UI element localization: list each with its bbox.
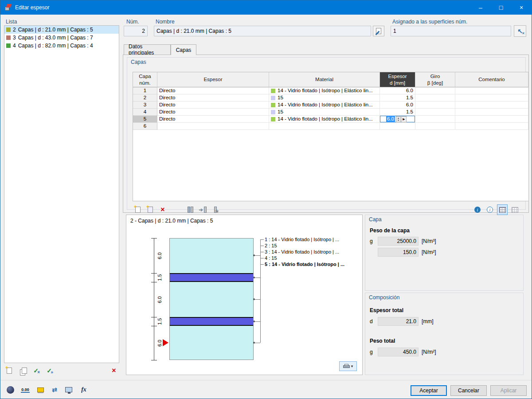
material-cell[interactable]: 14 - Vidrio flotado | Isótropo | Elástic… [269, 116, 380, 123]
delete-all-button[interactable]: × [109, 365, 119, 376]
thickness-list[interactable]: 2 Capas | d : 21.0 mm | Capas : 5 3 Capa… [4, 25, 119, 363]
material-name: 15 [278, 94, 283, 101]
material-cell[interactable]: 15 [269, 94, 380, 102]
thickness-value-cell[interactable]: 6.0 [380, 87, 415, 94]
material-save-button[interactable]: ★ [210, 204, 220, 215]
material-cell[interactable]: 14 - Vidrio flotado | Isótropo | Elástic… [269, 87, 380, 94]
maximize-button[interactable]: □ [491, 0, 511, 15]
comment-icon [7, 386, 14, 394]
table-view-toggle-button[interactable] [497, 204, 508, 215]
comment-cell[interactable] [455, 94, 528, 102]
col-header-comentario[interactable]: Comentario [455, 72, 528, 87]
apply-button[interactable]: Aplicar [490, 385, 527, 396]
close-button[interactable]: × [511, 0, 532, 15]
col-header-espesor[interactable]: Espesor [157, 72, 269, 87]
table-row: 4 Directo 15 1.5 [133, 109, 528, 116]
thickness-value-cell[interactable] [380, 123, 415, 130]
units-button[interactable]: 0.00 [19, 383, 31, 396]
name-field[interactable]: Capas | d : 21.0 mm | Capas : 5 [154, 26, 371, 36]
rotation-cell[interactable] [415, 102, 455, 109]
thickness-value-cell[interactable]: 6.0 [380, 102, 415, 109]
material-library-button[interactable] [185, 204, 196, 215]
edit-name-button[interactable] [373, 26, 384, 36]
layer-info-alt-button[interactable]: i [485, 204, 495, 215]
total-weight-label: Peso total [370, 338, 395, 344]
color-swatch-icon [37, 387, 44, 392]
insert-layer-button[interactable]: ★ [145, 204, 156, 215]
list-item[interactable]: 4 Capas | d : 82.0 mm | Capas : 4 [4, 42, 119, 50]
detail-arrow-icon: ▶ [403, 116, 405, 122]
comment-cell[interactable] [455, 102, 528, 109]
interlayer [170, 273, 253, 282]
legend-item: 4 : 15 [265, 255, 360, 261]
row-number-cell[interactable]: 5 [133, 116, 157, 123]
pick-surfaces-button[interactable]: ↖ × [514, 25, 526, 37]
cross-section-preview: 2 - Capas | d : 21.0 mm | Capas : 5 6.0 … [126, 215, 363, 375]
col-header-espesor-d[interactable]: Espesor d [mm] [380, 72, 415, 87]
rotation-cell[interactable] [415, 87, 455, 94]
num-field: 2 [124, 26, 148, 36]
comment-cell[interactable] [455, 87, 528, 94]
row-number-cell[interactable]: 2 [133, 94, 157, 102]
rotation-cell[interactable] [415, 123, 455, 130]
col-header-material[interactable]: Material [269, 72, 380, 87]
thickness-value-cell[interactable]: 1.5 [380, 94, 415, 102]
comment-cell[interactable] [455, 109, 528, 116]
thickness-type-cell[interactable]: Directo [157, 102, 269, 109]
list-item[interactable]: 3 Capas | d : 43.0 mm | Capas : 7 [4, 34, 119, 42]
comment-cell[interactable] [455, 116, 528, 123]
display-button[interactable] [63, 383, 75, 396]
detail-button[interactable]: ▶ [401, 116, 407, 122]
row-number-cell[interactable]: 1 [133, 87, 157, 94]
thickness-type-cell[interactable]: Directo [157, 116, 269, 123]
numbering-button[interactable]: ⇄ [48, 383, 61, 396]
spinner-control[interactable]: ▲ ▼ [396, 116, 401, 122]
thickness-value-edit-cell[interactable]: 6.0 ▲ ▼ ▶ [380, 116, 415, 123]
thickness-type-cell[interactable]: Directo [157, 94, 269, 102]
thickness-type-cell[interactable]: Directo [157, 87, 269, 94]
accept-button[interactable]: Aceptar [411, 385, 447, 396]
row-number-cell[interactable]: 4 [133, 109, 157, 116]
print-button[interactable]: ▾ [339, 361, 357, 371]
delete-layer-button[interactable]: × [157, 204, 168, 215]
material-cell[interactable]: 14 - Vidrio flotado | Isótropo | Elástic… [269, 102, 380, 109]
cancel-button[interactable]: Cancelar [450, 385, 487, 396]
g-total-label: g [370, 349, 373, 355]
layer-info-button[interactable]: i [472, 204, 483, 215]
tab-datos-principales[interactable]: Datos principales [124, 44, 171, 55]
spinner-down-icon[interactable]: ▼ [396, 119, 400, 121]
row-number-cell[interactable]: 3 [133, 102, 157, 109]
list-item[interactable]: 2 Capas | d : 21.0 mm | Capas : 5 [4, 26, 119, 34]
copy-thickness-button[interactable] [17, 365, 28, 376]
thickness-edit-value[interactable]: 6.0 [386, 116, 395, 122]
material-cell[interactable]: 15 [269, 109, 380, 116]
col-header-giro[interactable]: Giro β [deg] [415, 72, 455, 87]
thickness-type-cell[interactable] [157, 123, 269, 130]
rotation-cell[interactable] [415, 109, 455, 116]
new-sheet-icon: ★ [135, 207, 141, 213]
add-layer-button[interactable]: ★ [133, 204, 143, 215]
comment-button[interactable] [4, 383, 16, 396]
colors-button[interactable] [34, 383, 47, 396]
material-apply-button[interactable]: ➔ [197, 204, 208, 215]
list-panel-title: Lista [6, 19, 17, 25]
rotation-cell[interactable] [415, 94, 455, 102]
rotation-cell[interactable] [415, 116, 455, 123]
thickness-type-cell[interactable]: Directo [157, 109, 269, 116]
new-thickness-button[interactable]: ★ [4, 365, 15, 376]
check-entries-button[interactable]: ✓ × [31, 365, 41, 376]
function-button[interactable]: fx [78, 383, 90, 396]
tab-capas[interactable]: Capas [171, 44, 196, 55]
assigned-surfaces-field[interactable]: 1 [391, 26, 511, 36]
table-export-button[interactable] [509, 204, 520, 215]
material-cell[interactable] [269, 123, 380, 130]
thickness-value-cell[interactable]: 1.5 [380, 109, 415, 116]
info-icon: i [474, 207, 481, 213]
minimize-button[interactable]: – [470, 0, 491, 15]
comment-cell[interactable] [455, 123, 528, 130]
row-number-cell[interactable]: 6 [133, 123, 157, 130]
regenerate-entries-button[interactable]: ✓ » [44, 365, 55, 376]
glass-layer [170, 326, 253, 360]
library-books-icon [188, 207, 190, 213]
col-header-capa-num[interactable]: Capa núm. [133, 72, 157, 87]
